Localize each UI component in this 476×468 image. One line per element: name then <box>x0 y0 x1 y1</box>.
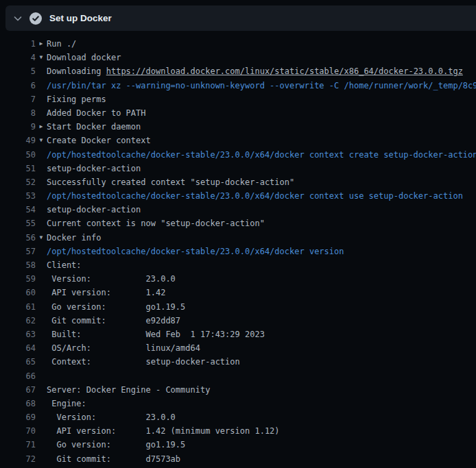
log-text: Context: setup-docker-action <box>47 355 240 369</box>
line-number[interactable]: 66 <box>0 369 36 383</box>
gutter-spacer <box>36 341 47 355</box>
group-collapsed-icon[interactable]: ▶ <box>36 120 47 134</box>
group-expanded-icon[interactable]: ▼ <box>36 51 47 64</box>
gutter-spacer <box>36 410 47 424</box>
gutter-spacer <box>36 438 47 452</box>
line-number[interactable]: 70 <box>0 424 36 438</box>
chevron-down-icon[interactable] <box>12 13 23 24</box>
gutter-spacer <box>36 314 47 328</box>
log-group-line[interactable]: 56▼Docker info <box>0 231 476 245</box>
log-text: Git commit: d7573ab <box>47 452 180 466</box>
log-line: 71 Go version: go1.19.5 <box>0 438 476 452</box>
log-text: API version: 1.42 (minimum version 1.12) <box>47 424 280 438</box>
gutter-spacer <box>36 148 47 162</box>
line-number[interactable]: 71 <box>0 438 36 452</box>
gutter-spacer <box>36 383 47 397</box>
check-circle-icon <box>29 12 42 25</box>
log-text: setup-docker-action <box>47 203 141 217</box>
gutter-spacer <box>36 162 47 175</box>
line-number[interactable]: 63 <box>0 328 36 341</box>
command-text: /opt/hostedtoolcache/docker-stable/23.0.… <box>47 189 463 203</box>
gutter-spacer <box>36 424 47 438</box>
log-text: Docker info <box>47 231 101 245</box>
log-text: Added Docker to PATH <box>47 106 146 120</box>
line-number[interactable]: 7 <box>0 93 36 106</box>
log-group-line[interactable]: 9▶Start Docker daemon <box>0 120 476 134</box>
line-number[interactable]: 67 <box>0 383 36 397</box>
gutter-spacer <box>36 245 47 258</box>
step-header[interactable]: Set up Docker <box>5 5 476 31</box>
actions-log-viewer: Set up Docker 1▶Run ./4▼Download docker5… <box>0 0 476 468</box>
line-number[interactable]: 54 <box>0 203 36 217</box>
log-group-line[interactable]: 1▶Run ./ <box>0 37 476 51</box>
line-number[interactable]: 50 <box>0 148 36 162</box>
gutter-spacer <box>36 64 47 78</box>
line-number[interactable]: 8 <box>0 106 36 120</box>
log-line: 53/opt/hostedtoolcache/docker-stable/23.… <box>0 189 476 203</box>
line-number[interactable]: 62 <box>0 314 36 328</box>
line-number[interactable]: 58 <box>0 258 36 272</box>
line-number[interactable]: 52 <box>0 175 36 189</box>
log-text: Downloading https://download.docker.com/… <box>47 64 463 78</box>
line-number[interactable]: 5 <box>0 64 36 78</box>
log-line: 60 API version: 1.42 <box>0 286 476 299</box>
line-number[interactable]: 56 <box>0 231 36 245</box>
line-number[interactable]: 68 <box>0 397 36 410</box>
line-number[interactable]: 55 <box>0 217 36 230</box>
command-text: /opt/hostedtoolcache/docker-stable/23.0.… <box>47 148 476 162</box>
line-number[interactable]: 51 <box>0 162 36 175</box>
log-line: 52Successfully created context "setup-do… <box>0 175 476 189</box>
command-text: /opt/hostedtoolcache/docker-stable/23.0.… <box>47 245 344 258</box>
log-text: Successfully created context "setup-dock… <box>47 175 294 189</box>
gutter-spacer <box>36 175 47 189</box>
log-line: 7Fixing perms <box>0 93 476 106</box>
gutter-spacer <box>36 79 47 93</box>
log-line: 63 Built: Wed Feb 1 17:43:29 2023 <box>0 328 476 341</box>
log-line: 66 <box>0 369 476 383</box>
log-line: 70 API version: 1.42 (minimum version 1.… <box>0 424 476 438</box>
line-number[interactable]: 59 <box>0 272 36 286</box>
line-number[interactable]: 61 <box>0 300 36 314</box>
line-number[interactable]: 69 <box>0 410 36 424</box>
line-number[interactable]: 65 <box>0 355 36 369</box>
group-collapsed-icon[interactable]: ▶ <box>36 37 47 51</box>
log-line: 61 Go version: go1.19.5 <box>0 300 476 314</box>
log-group-line[interactable]: 4▼Download docker <box>0 51 476 64</box>
gutter-spacer <box>36 258 47 272</box>
line-number[interactable]: 72 <box>0 452 36 466</box>
gutter-spacer <box>36 272 47 286</box>
log-line: 69 Version: 23.0.0 <box>0 410 476 424</box>
line-number[interactable]: 4 <box>0 51 36 64</box>
log-group-line[interactable]: 49▼Create Docker context <box>0 134 476 147</box>
log-line: 57/opt/hostedtoolcache/docker-stable/23.… <box>0 245 476 258</box>
line-number[interactable]: 6 <box>0 79 36 93</box>
line-number[interactable]: 57 <box>0 245 36 258</box>
log-line: 67Server: Docker Engine - Community <box>0 383 476 397</box>
log-line: 5Downloading https://download.docker.com… <box>0 64 476 78</box>
log-text: Create Docker context <box>47 134 151 147</box>
gutter-spacer <box>36 369 47 383</box>
log-text: setup-docker-action <box>47 162 141 175</box>
log-text: Go version: go1.19.5 <box>47 300 185 314</box>
log-text: Run ./ <box>47 37 76 51</box>
gutter-spacer <box>36 355 47 369</box>
line-number[interactable]: 49 <box>0 134 36 147</box>
gutter-spacer <box>36 93 47 106</box>
command-text: /usr/bin/tar xz --warning=no-unknown-key… <box>47 79 476 93</box>
log-line: 54setup-docker-action <box>0 203 476 217</box>
gutter-spacer <box>36 452 47 466</box>
log-text: Engine: <box>47 397 86 410</box>
log-line: 65 Context: setup-docker-action <box>0 355 476 369</box>
line-number[interactable]: 64 <box>0 341 36 355</box>
log-text: Client: <box>47 258 82 272</box>
gutter-spacer <box>36 328 47 341</box>
line-number[interactable]: 53 <box>0 189 36 203</box>
group-expanded-icon[interactable]: ▼ <box>36 231 47 245</box>
line-number[interactable]: 1 <box>0 37 36 51</box>
line-number[interactable]: 9 <box>0 120 36 134</box>
line-number[interactable]: 60 <box>0 286 36 299</box>
log-text: Start Docker daemon <box>47 120 141 134</box>
group-expanded-icon[interactable]: ▼ <box>36 134 47 147</box>
log-line: 72 Git commit: d7573ab <box>0 452 476 466</box>
log-link[interactable]: https://download.docker.com/linux/static… <box>106 66 463 76</box>
